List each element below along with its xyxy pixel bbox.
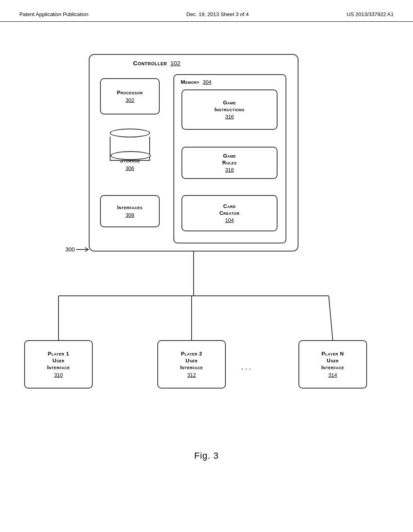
controller-number: 102 bbox=[170, 60, 180, 66]
header-left: Patent Application Publication bbox=[19, 11, 88, 17]
processor-box: Processor 302 bbox=[100, 78, 160, 114]
card-creator-number: 104 bbox=[225, 217, 234, 223]
header-center: Dec. 19, 2013 Sheet 3 of 4 bbox=[186, 11, 249, 17]
processor-title: Processor bbox=[117, 89, 143, 96]
data-storage-number: 306 bbox=[102, 165, 158, 171]
game-rules-number: 318 bbox=[225, 167, 234, 173]
interfaces-number: 308 bbox=[125, 212, 134, 218]
game-rules-title: GameRules bbox=[222, 153, 237, 166]
memory-label-group: Memory 304 bbox=[181, 78, 211, 86]
player1-box: Player 1UserInterface 310 bbox=[24, 340, 93, 389]
memory-title: Memory bbox=[181, 79, 200, 86]
ref-300-group: 300 bbox=[65, 245, 92, 254]
player1-title: Player 1UserInterface bbox=[47, 351, 70, 371]
processor-number: 302 bbox=[125, 97, 134, 103]
player2-number: 312 bbox=[187, 372, 196, 378]
page-header: Patent Application Publication Dec. 19, … bbox=[0, 0, 413, 22]
ellipsis: ... bbox=[241, 362, 253, 372]
diagram-area: Controller 102 Processor 302 DataStorage… bbox=[0, 22, 413, 485]
playern-number: 314 bbox=[328, 372, 337, 378]
player2-title: Player 2UserInterface bbox=[180, 351, 203, 371]
cylinder-bottom-arc bbox=[111, 151, 151, 160]
memory-number: 304 bbox=[203, 79, 212, 85]
interfaces-title: Interfaces bbox=[117, 204, 142, 211]
cylinder-top bbox=[110, 129, 150, 137]
game-instructions-box: GameInstructions 316 bbox=[181, 89, 277, 130]
game-instructions-title: GameInstructions bbox=[215, 100, 245, 113]
ref-300-text: 300 bbox=[65, 246, 75, 253]
data-storage-cylinder: DataStorage 306 bbox=[100, 129, 160, 177]
card-creator-box: CardCreator 104 bbox=[181, 195, 277, 231]
cylinder-body bbox=[110, 137, 150, 161]
playern-title: Player NUserInterface bbox=[321, 351, 344, 371]
controller-label-group: Controller 102 bbox=[133, 59, 180, 67]
playern-box: Player NUserInterface 314 bbox=[298, 340, 367, 389]
header-right: US 2013/337922 A1 bbox=[347, 11, 394, 17]
svg-line-4 bbox=[329, 296, 333, 340]
controller-title: Controller bbox=[133, 59, 167, 67]
card-creator-title: CardCreator bbox=[219, 203, 240, 217]
game-rules-box: GameRules 318 bbox=[181, 147, 277, 179]
game-instructions-number: 316 bbox=[225, 114, 234, 120]
figure-label: Fig. 3 bbox=[194, 451, 219, 461]
interfaces-box: Interfaces 308 bbox=[100, 195, 160, 227]
player2-box: Player 2UserInterface 312 bbox=[157, 340, 226, 389]
ref-300-arrow bbox=[76, 245, 92, 254]
player1-number: 310 bbox=[54, 372, 63, 378]
